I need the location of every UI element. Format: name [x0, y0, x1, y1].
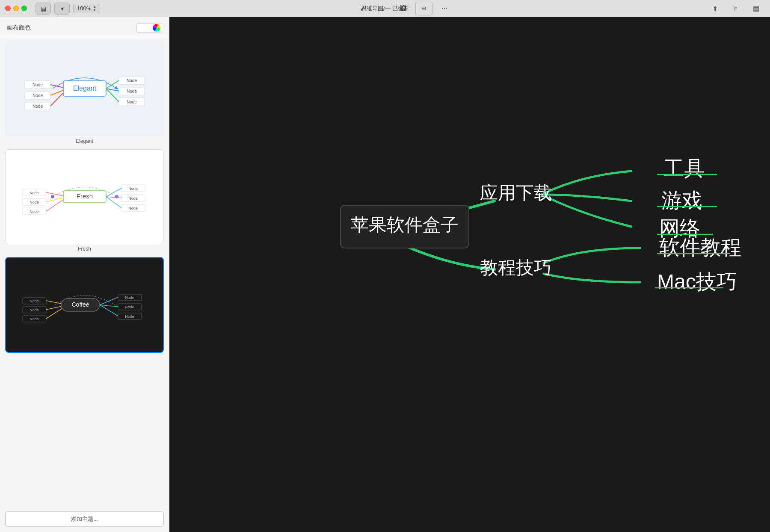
- svg-line-40: [106, 197, 121, 198]
- themes-list: Node Node Node Elegant: [0, 37, 169, 508]
- canvas-area[interactable]: 苹果软件盒子 应用下载 工具 游戏 网络 教程技巧 软件教程 Mac技巧: [169, 17, 770, 532]
- layout-button[interactable]: ▤: [748, 2, 765, 15]
- svg-text:苹果软件盒子: 苹果软件盒子: [351, 215, 459, 235]
- elegant-theme-label: Elegant: [5, 138, 164, 144]
- svg-text:Node: Node: [128, 186, 138, 191]
- svg-text:软件教程: 软件教程: [659, 236, 741, 259]
- add-icon: ⊕: [422, 5, 426, 12]
- svg-text:Mac技巧: Mac技巧: [657, 270, 737, 293]
- svg-text:Node: Node: [127, 78, 137, 83]
- add-theme-button[interactable]: 添加主题...: [5, 511, 164, 527]
- svg-text:教程技巧: 教程技巧: [480, 257, 552, 278]
- chevron-down-button[interactable]: ▾: [54, 3, 70, 15]
- window-title: 思维导图 — 已编辑: [361, 5, 409, 12]
- coffee-theme-preview: Node Node Node Coffee: [5, 257, 164, 353]
- theme-item-fresh[interactable]: Node Node Node Fresh: [5, 149, 164, 252]
- svg-line-59: [100, 297, 118, 305]
- elegant-preview-inner: Node Node Node Elegant: [6, 41, 163, 136]
- layout-icon: ▤: [753, 4, 759, 12]
- svg-line-17: [106, 80, 119, 89]
- color-wheel-icon: [153, 24, 160, 32]
- add-node-button[interactable]: ⊕: [415, 2, 432, 15]
- svg-text:Node: Node: [30, 317, 39, 321]
- svg-text:Node: Node: [125, 305, 134, 309]
- coffee-preview-inner: Node Node Node Coffee: [6, 258, 163, 352]
- fresh-preview-inner: Node Node Node Fresh: [6, 150, 163, 244]
- fresh-preview-svg: Node Node Node Fresh: [12, 154, 157, 239]
- theme-item-coffee[interactable]: Node Node Node Coffee: [5, 257, 164, 353]
- close-button[interactable]: [5, 6, 11, 11]
- zoom-control[interactable]: 100% ▲ ▼: [73, 4, 100, 13]
- svg-text:Node: Node: [30, 200, 39, 204]
- more-icon: ···: [441, 5, 447, 12]
- svg-text:Node: Node: [30, 210, 39, 214]
- elegant-theme-preview: Node Node Node Elegant: [5, 41, 164, 136]
- svg-text:Node: Node: [30, 299, 39, 303]
- more-button[interactable]: ···: [436, 2, 453, 15]
- main-layout: 画布颜色: [0, 17, 770, 532]
- share-icon: ⬆: [713, 5, 718, 12]
- sidebar-toggle-button[interactable]: ▤: [36, 3, 51, 15]
- theme-item-elegant[interactable]: Node Node Node Elegant: [5, 41, 164, 144]
- elegant-preview-svg: Node Node Node Elegant: [12, 46, 157, 131]
- chevron-down-icon: ▾: [61, 5, 64, 12]
- sidebar-icon: ▤: [41, 5, 46, 12]
- titlebar: ▤ ▾ 100% ▲ ▼ 思维导图 — 已编辑 ✓ ☺ 🖼 ⊕ ···: [0, 0, 770, 17]
- titlebar-right: ⬆ ⊧ ▤: [707, 2, 765, 15]
- svg-text:应用下载: 应用下载: [480, 183, 552, 203]
- maximize-button[interactable]: [21, 6, 27, 11]
- sidebar: 画布颜色: [0, 17, 169, 532]
- svg-text:Node: Node: [30, 191, 39, 195]
- fresh-theme-preview: Node Node Node Fresh: [5, 149, 164, 244]
- svg-text:Node: Node: [33, 104, 43, 109]
- svg-text:Node: Node: [127, 100, 137, 104]
- svg-text:Node: Node: [33, 93, 43, 98]
- svg-line-41: [106, 197, 121, 208]
- svg-text:Node: Node: [128, 206, 138, 210]
- svg-point-20: [51, 195, 54, 198]
- traffic-lights: [5, 6, 27, 11]
- zoom-arrows: ▲ ▼: [93, 5, 96, 12]
- filter-button[interactable]: ⊧: [727, 2, 744, 15]
- svg-text:工具: 工具: [663, 157, 705, 180]
- fresh-theme-label: Fresh: [5, 246, 164, 252]
- svg-text:Node: Node: [33, 83, 43, 87]
- filter-icon: ⊧: [734, 4, 737, 12]
- sidebar-header-title: 画布颜色: [7, 24, 31, 32]
- svg-text:Coffee: Coffee: [71, 301, 89, 308]
- minimize-button[interactable]: [13, 6, 19, 11]
- svg-text:Node: Node: [125, 296, 134, 300]
- svg-text:Elegant: Elegant: [73, 85, 96, 92]
- svg-text:游戏: 游戏: [661, 189, 702, 212]
- zoom-value: 100%: [77, 5, 91, 12]
- svg-text:Node: Node: [128, 196, 138, 201]
- mindmap-svg: 苹果软件盒子 应用下载 工具 游戏 网络 教程技巧 软件教程 Mac技巧: [169, 17, 770, 532]
- svg-text:Node: Node: [30, 308, 39, 312]
- color-picker-preview[interactable]: [136, 23, 162, 33]
- svg-text:Node: Node: [125, 314, 134, 319]
- svg-text:Node: Node: [127, 89, 137, 94]
- svg-text:Fresh: Fresh: [76, 192, 92, 200]
- sidebar-header: 画布颜色: [0, 17, 169, 37]
- share-button[interactable]: ⬆: [707, 2, 724, 15]
- coffee-preview-svg: Node Node Node Coffee: [12, 269, 157, 341]
- titlebar-left: ▤ ▾ 100% ▲ ▼: [5, 3, 100, 15]
